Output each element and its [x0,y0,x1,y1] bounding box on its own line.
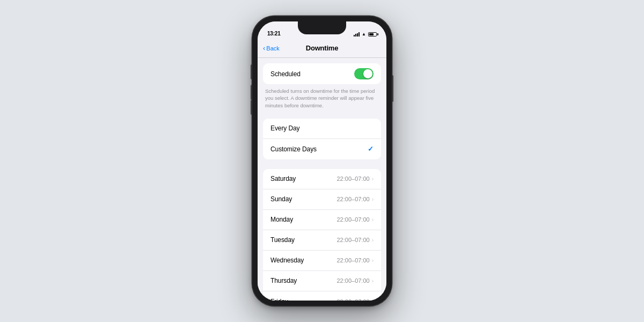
page-title: Downtime [306,44,339,52]
saturday-time: 22:00–07:00 [336,175,369,182]
wednesday-right: 22:00–07:00 › [336,257,374,264]
sunday-chevron-icon: › [372,196,374,202]
friday-label: Friday [270,298,288,301]
back-chevron-icon: ‹ [263,45,265,52]
sunday-right: 22:00–07:00 › [336,196,374,202]
friday-time: 22:00–07:00 [336,298,369,301]
monday-right: 22:00–07:00 › [336,216,374,223]
monday-time: 22:00–07:00 [336,216,369,223]
phone-screen: 13:21 ▲ ‹ Back Downtime [258,21,386,301]
monday-item[interactable]: Monday 22:00–07:00 › [263,210,381,230]
thursday-chevron-icon: › [372,278,374,284]
selected-checkmark-icon: ✓ [368,145,374,153]
sunday-label: Sunday [270,195,292,203]
monday-label: Monday [270,216,293,223]
tuesday-time: 22:00–07:00 [336,237,369,243]
thursday-right: 22:00–07:00 › [336,277,374,284]
sunday-item[interactable]: Sunday 22:00–07:00 › [263,189,381,210]
battery-fill [369,33,374,35]
wifi-icon: ▲ [362,32,366,36]
every-day-label: Every Day [270,125,299,132]
saturday-label: Saturday [270,175,296,182]
back-label: Back [266,45,279,52]
day-options-section: Every Day Customize Days ✓ [263,119,381,159]
sunday-time: 22:00–07:00 [336,196,369,202]
back-button[interactable]: ‹ Back [263,45,280,52]
scheduled-item[interactable]: Scheduled [263,63,381,84]
thursday-label: Thursday [270,277,297,284]
every-day-item[interactable]: Every Day [263,119,381,139]
thursday-time: 22:00–07:00 [336,277,369,284]
customize-days-label: Customize Days [270,145,317,153]
signal-icon [354,32,360,36]
wednesday-time: 22:00–07:00 [336,257,369,264]
wednesday-chevron-icon: › [372,258,374,264]
friday-right: 22:00–07:00 › [336,298,374,301]
saturday-right: 22:00–07:00 › [336,175,374,182]
navigation-bar: ‹ Back Downtime [258,39,386,58]
friday-item[interactable]: Friday 22:00–07:00 › [263,291,381,301]
scheduled-toggle[interactable] [354,68,374,79]
scheduled-description: Scheduled turns on downtime for the time… [258,84,386,113]
tuesday-right: 22:00–07:00 › [336,237,374,243]
scheduled-section: Scheduled [263,63,381,84]
phone-device: 13:21 ▲ ‹ Back Downtime [252,16,392,306]
scheduled-label: Scheduled [270,70,301,78]
content-area: Scheduled Scheduled turns on downtime fo… [258,58,386,301]
phone-notch [298,21,346,34]
wednesday-label: Wednesday [270,257,304,264]
days-list-section: Saturday 22:00–07:00 › Sunday 22:00–07:0… [263,169,381,301]
tuesday-chevron-icon: › [372,237,374,243]
tuesday-label: Tuesday [270,236,295,244]
customize-days-item[interactable]: Customize Days ✓ [263,139,381,159]
status-icons: ▲ [354,32,377,36]
thursday-item[interactable]: Thursday 22:00–07:00 › [263,271,381,291]
monday-chevron-icon: › [372,217,374,223]
saturday-chevron-icon: › [372,176,374,182]
status-time: 13:21 [267,31,281,36]
spacer [258,159,386,164]
tuesday-item[interactable]: Tuesday 22:00–07:00 › [263,230,381,251]
battery-icon [368,32,377,36]
wednesday-item[interactable]: Wednesday 22:00–07:00 › [263,251,381,271]
saturday-item[interactable]: Saturday 22:00–07:00 › [263,169,381,189]
toggle-knob [363,69,372,78]
